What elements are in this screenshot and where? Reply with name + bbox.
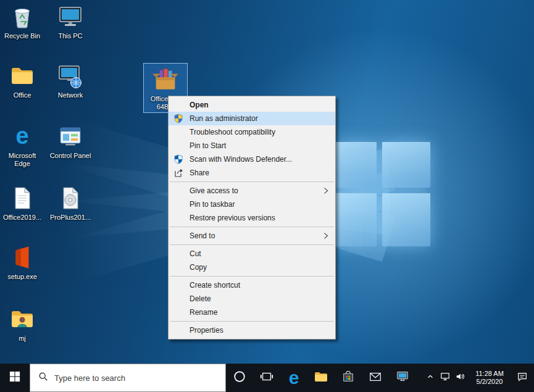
volume-tray-button[interactable]: [453, 372, 467, 384]
desktop-icon-control-panel[interactable]: Control Panel: [48, 122, 93, 160]
menu-separator: [170, 244, 334, 245]
menu-item-label: Share: [190, 169, 209, 177]
chevron-up-icon: [426, 372, 435, 383]
desktop-icon-label: Microsoft Edge: [0, 152, 44, 168]
menu-item-label: Properties: [190, 326, 223, 335]
control-panel-icon: [56, 122, 85, 151]
desktop-icon-setup-exe[interactable]: setup.exe: [0, 243, 44, 281]
office-setup-icon: [8, 243, 36, 272]
windows-logo-pane: [382, 142, 430, 188]
menu-item-label: Troubleshoot compatibility: [190, 128, 275, 136]
context-menu: Open Run as administrator Troubl: [168, 96, 336, 340]
menu-item-pin-to-start[interactable]: Pin to Start: [169, 139, 335, 152]
menu-item-properties[interactable]: Properties: [169, 323, 335, 337]
desktop-wallpaper[interactable]: Recycle Bin This PC Office: [0, 0, 534, 364]
defender-shield-icon: [173, 154, 183, 164]
submenu-chevron-icon: [322, 186, 330, 195]
svg-text:e: e: [15, 123, 28, 149]
desktop-icon-microsoft-edge[interactable]: e Microsoft Edge: [0, 122, 44, 168]
desktop-icon-network[interactable]: Network: [48, 62, 93, 99]
share-icon: [173, 168, 183, 178]
menu-item-label: Copy: [190, 263, 207, 272]
menu-item-label: Restore previous versions: [190, 214, 275, 222]
disc-image-icon: [56, 184, 85, 212]
windows-logo-pane: [336, 193, 377, 246]
start-button[interactable]: [0, 364, 30, 392]
task-view-icon: [260, 370, 273, 386]
desktop-icon-this-pc[interactable]: This PC: [48, 2, 93, 40]
windows-logo-pane: [336, 142, 377, 188]
edge-icon: e: [8, 122, 36, 151]
menu-item-delete[interactable]: Delete: [169, 292, 335, 306]
search-input[interactable]: [54, 373, 209, 383]
menu-item-label: Create shortcut: [190, 281, 240, 290]
recycle-bin-icon: [8, 2, 36, 31]
wallpaper-windows-logo: [336, 142, 430, 246]
system-tray: 11:28 AM 5/2/2020: [423, 364, 534, 392]
taskbar: e: [0, 364, 534, 392]
menu-item-label: Delete: [190, 294, 211, 303]
desktop-icon-office2019-file[interactable]: Office2019...: [0, 184, 44, 222]
menu-item-create-shortcut[interactable]: Create shortcut: [169, 278, 335, 292]
clock-date: 5/2/2020: [467, 378, 512, 386]
menu-item-rename[interactable]: Rename: [169, 306, 335, 319]
uac-shield-icon: [173, 114, 183, 123]
menu-item-scan-with-windows-defender[interactable]: Scan with Windows Defender...: [169, 152, 335, 166]
volume-icon: [455, 372, 465, 384]
desktop-icon-label: Office2019...: [3, 214, 41, 222]
menu-item-label: Run as administrator: [190, 114, 258, 123]
menu-item-label: Pin to taskbar: [190, 200, 235, 209]
menu-item-send-to[interactable]: Send to: [169, 229, 335, 243]
menu-separator: [170, 227, 334, 227]
menu-item-cut[interactable]: Cut: [169, 247, 335, 261]
desktop-icon-mj-folder[interactable]: mj: [0, 305, 44, 343]
taskbar-pinned-app-button[interactable]: [389, 364, 416, 392]
menu-item-copy[interactable]: Copy: [169, 261, 335, 274]
menu-item-share[interactable]: Share: [169, 166, 335, 180]
taskbar-edge-button[interactable]: e: [280, 364, 307, 392]
network-icon: [56, 62, 85, 90]
windows-start-icon: [9, 371, 20, 385]
menu-item-give-access-to[interactable]: Give access to: [169, 184, 335, 198]
menu-item-label: Give access to: [190, 186, 238, 195]
menu-item-label: Rename: [190, 308, 217, 317]
menu-item-label: Cut: [190, 249, 201, 258]
menu-item-pin-to-taskbar[interactable]: Pin to taskbar: [169, 198, 335, 211]
desktop-icon-office-folder[interactable]: Office: [0, 62, 44, 99]
desktop-icon-label: mj: [19, 335, 26, 343]
menu-item-label: Open: [190, 101, 209, 109]
desktop-icon-label: Network: [58, 91, 83, 99]
cortana-button[interactable]: [226, 364, 253, 392]
show-hidden-icons-button[interactable]: [423, 372, 438, 383]
desktop-icon-label: ProPlus201...: [50, 214, 91, 222]
menu-item-label: Send to: [190, 231, 215, 240]
taskbar-file-explorer-button[interactable]: [307, 364, 335, 392]
cortana-icon: [233, 370, 246, 386]
submenu-chevron-icon: [322, 231, 330, 240]
menu-item-open[interactable]: Open: [169, 98, 335, 112]
desktop-icon-label: Office: [14, 91, 31, 99]
menu-item-troubleshoot-compatibility[interactable]: Troubleshoot compatibility: [169, 125, 335, 139]
taskbar-store-button[interactable]: [335, 364, 362, 392]
menu-separator: [170, 276, 334, 277]
search-icon: [38, 372, 48, 384]
desktop-icon-proplus-file[interactable]: ProPlus201...: [48, 184, 93, 222]
document-icon: [8, 184, 36, 212]
desktop-icon-recycle-bin[interactable]: Recycle Bin: [0, 2, 44, 40]
monitor-icon: [396, 370, 409, 386]
network-tray-button[interactable]: [438, 372, 453, 384]
taskbar-mail-button[interactable]: [362, 364, 389, 392]
menu-item-label: Scan with Windows Defender...: [190, 155, 292, 164]
windows-desktop-screen: Recycle Bin This PC Office: [0, 0, 534, 392]
file-explorer-icon: [314, 369, 328, 386]
desktop-icon-label: setup.exe: [7, 273, 37, 281]
taskbar-search-box[interactable]: [30, 364, 226, 392]
action-center-button[interactable]: [512, 371, 533, 385]
menu-item-run-as-administrator[interactable]: Run as administrator: [169, 112, 335, 125]
menu-item-restore-previous-versions[interactable]: Restore previous versions: [169, 211, 335, 225]
edge-icon: e: [289, 369, 299, 387]
clock-time: 11:28 AM: [467, 370, 512, 378]
taskbar-clock[interactable]: 11:28 AM 5/2/2020: [467, 370, 512, 386]
folder-icon: [8, 62, 36, 90]
task-view-button[interactable]: [253, 364, 280, 392]
